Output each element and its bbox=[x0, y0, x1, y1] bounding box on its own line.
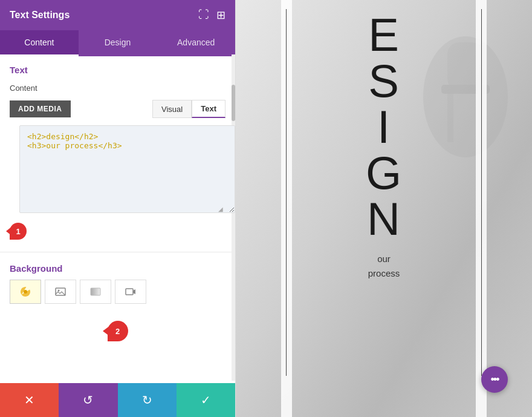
annotation-badge-2: 2 bbox=[108, 321, 128, 341]
view-toggle: Visual Text bbox=[152, 100, 225, 118]
view-visual-button[interactable]: Visual bbox=[152, 100, 192, 118]
background-label: Background bbox=[10, 263, 225, 274]
scrollbar-track bbox=[232, 54, 235, 381]
header-icons: ⛶ ⊞ bbox=[198, 8, 225, 22]
fullscreen-icon[interactable]: ⛶ bbox=[198, 8, 209, 22]
image-icon bbox=[54, 286, 66, 298]
tab-bar: Content Design Advanced bbox=[0, 30, 235, 56]
action-bar: ✕ ↺ ↻ ✓ bbox=[0, 383, 235, 417]
svg-rect-3 bbox=[91, 288, 100, 295]
resize-handle[interactable]: ◢ bbox=[218, 206, 224, 212]
editor-toolbar: ADD MEDIA Visual Text bbox=[0, 96, 235, 122]
preview-panel: E S I G N our process ••• bbox=[236, 0, 532, 417]
preview-sub-line1: our bbox=[377, 254, 391, 264]
annotation-2-container: 2 bbox=[0, 309, 235, 347]
video-icon bbox=[125, 286, 137, 298]
layout-icon[interactable]: ⊞ bbox=[216, 8, 225, 22]
panel-header: Text Settings ⛶ ⊞ bbox=[0, 0, 235, 30]
content-label: Content bbox=[0, 79, 235, 96]
preview-subtext: our process bbox=[368, 252, 400, 281]
svg-point-0 bbox=[24, 290, 27, 294]
floating-btn-icon: ••• bbox=[491, 373, 499, 386]
cancel-button[interactable]: ✕ bbox=[0, 383, 59, 417]
settings-panel: Text Settings ⛶ ⊞ Content Design Advance… bbox=[0, 0, 236, 417]
annotation-1-container: 1 bbox=[0, 217, 235, 246]
chair-illustration bbox=[405, 18, 526, 176]
divider-1 bbox=[0, 252, 235, 252]
preview-letter-N: N bbox=[367, 196, 401, 242]
bg-color-button[interactable] bbox=[10, 280, 41, 304]
color-icon bbox=[19, 286, 31, 298]
redo-button[interactable]: ↻ bbox=[118, 383, 177, 417]
border-line-right bbox=[481, 9, 482, 376]
panel-body: Text Content ADD MEDIA Visual Text <h2>d… bbox=[0, 56, 235, 417]
tab-content[interactable]: Content bbox=[0, 30, 79, 56]
bg-gradient-button[interactable] bbox=[80, 280, 111, 304]
preview-letter-E: E bbox=[368, 12, 400, 58]
preview-letters-container: E S I G N our process bbox=[366, 12, 402, 281]
preview-letter-S: S bbox=[368, 58, 400, 104]
preview-letter-I: I bbox=[377, 104, 391, 150]
annotation-badge-1: 1 bbox=[10, 223, 27, 240]
background-section: Background bbox=[0, 258, 235, 309]
svg-point-2 bbox=[58, 290, 60, 292]
bg-type-buttons bbox=[10, 280, 225, 304]
bg-image-button[interactable] bbox=[45, 280, 76, 304]
bg-video-button[interactable] bbox=[115, 280, 146, 304]
panel-title: Text Settings bbox=[10, 10, 70, 21]
border-line-left bbox=[286, 9, 287, 376]
floating-action-button[interactable]: ••• bbox=[481, 366, 508, 393]
tab-design[interactable]: Design bbox=[79, 30, 157, 56]
add-media-button[interactable]: ADD MEDIA bbox=[10, 100, 71, 117]
undo-button[interactable]: ↺ bbox=[59, 383, 117, 417]
code-editor[interactable]: <h2>design</h2> <h3>our process</h3> bbox=[19, 125, 235, 213]
preview-letter-G: G bbox=[366, 150, 402, 196]
frame-strip-left bbox=[281, 0, 292, 417]
gradient-icon bbox=[89, 286, 102, 298]
tab-advanced[interactable]: Advanced bbox=[157, 30, 235, 56]
svg-rect-8 bbox=[447, 94, 453, 142]
scrollbar-thumb[interactable] bbox=[232, 85, 235, 121]
svg-rect-4 bbox=[126, 289, 133, 295]
code-editor-container: <h2>design</h2> <h3>our process</h3> ◢ bbox=[10, 125, 225, 213]
preview-sub-line2: process bbox=[368, 268, 400, 278]
section-heading-text: Text bbox=[0, 56, 235, 79]
save-button[interactable]: ✓ bbox=[177, 383, 235, 417]
view-text-button[interactable]: Text bbox=[192, 100, 225, 118]
